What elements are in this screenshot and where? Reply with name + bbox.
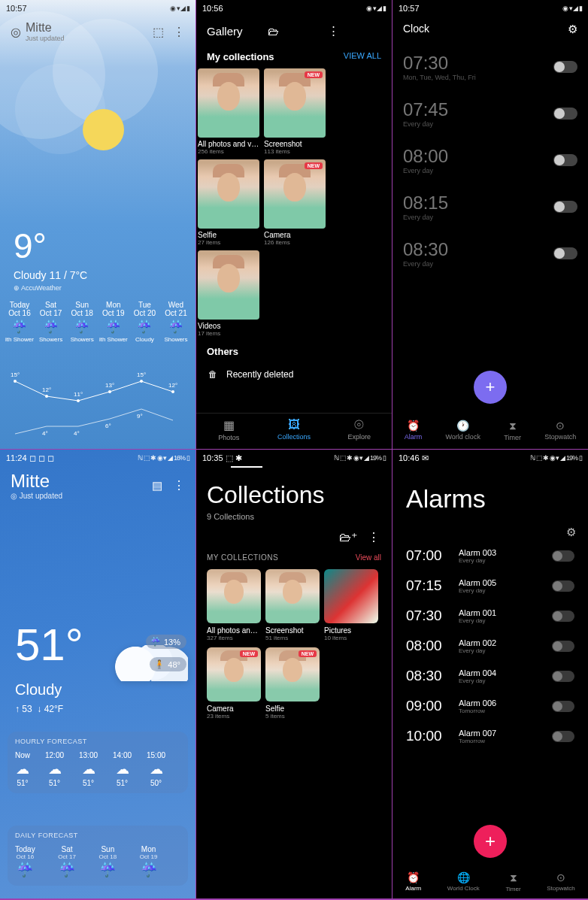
- alarm-toggle[interactable]: [553, 154, 577, 166]
- collection-item[interactable]: Videos17 items: [198, 250, 259, 337]
- day-item[interactable]: MonOct 19☔ith Shower: [99, 301, 129, 343]
- alarm-row[interactable]: 08:30Alarm 004Every day: [393, 661, 588, 691]
- alarm-row[interactable]: 07:00Alarm 003Every day: [393, 541, 588, 571]
- alarm-row[interactable]: 07:30Mon, Tue, Wed, Thu, Fri: [403, 44, 577, 90]
- alarm-row[interactable]: 08:30Every day: [403, 230, 577, 277]
- nav-timer[interactable]: ⧗Timer: [504, 420, 521, 441]
- more-icon[interactable]: ⋮: [368, 530, 380, 544]
- status-time: 10:56: [202, 4, 223, 13]
- nav-worldclock[interactable]: 🕐World clock: [446, 420, 480, 441]
- add-alarm-fab[interactable]: +: [474, 371, 507, 404]
- alarm-toggle[interactable]: [552, 611, 574, 622]
- viewall-link[interactable]: View all: [356, 553, 381, 562]
- collection-item[interactable]: NEWCamera126 items: [264, 159, 326, 246]
- more-icon[interactable]: ⋮: [173, 478, 185, 492]
- collection-item[interactable]: NEWSelfie5 items: [265, 647, 320, 720]
- alarm-toggle[interactable]: [552, 701, 574, 712]
- viewall-link[interactable]: VIEW ALL: [344, 51, 381, 62]
- status-icons: ℕ ⬚ ✱ ◉ ▾ ◢ 16% ▯: [138, 454, 189, 462]
- cloud-icon: ☁: [113, 761, 132, 777]
- alarm-row[interactable]: 07:30Alarm 001Every day: [393, 601, 588, 631]
- status-icons: ◉ ▾ ◢ ▮: [562, 5, 582, 12]
- svg-text:12°: 12°: [168, 382, 177, 389]
- alarm-row[interactable]: 08:00Alarm 002Every day: [393, 631, 588, 661]
- temp-graph: 15°12°11° 13°15°12° 4°4°6°9°: [0, 368, 195, 439]
- alarm-toggle[interactable]: [552, 671, 574, 682]
- alarm-toggle[interactable]: [553, 201, 577, 213]
- alarms-pane: 10:46 ✉ ℕ ⬚ ✱ ◉ ▾ ◢ 19% ▯ Alarms ⚙ 07:00…: [393, 450, 588, 898]
- alarm-toggle[interactable]: [553, 108, 577, 120]
- sky-bg: [0, 11, 195, 162]
- rain-icon: ☔: [99, 320, 129, 334]
- temperature: 51°: [15, 619, 83, 671]
- gear-icon[interactable]: ⚙: [568, 23, 577, 36]
- nav-photos[interactable]: ▦Photos: [202, 418, 255, 441]
- alarm-row[interactable]: 09:00Alarm 006Tomorrow: [393, 691, 588, 721]
- collection-item[interactable]: Screenshot51 items: [265, 569, 320, 641]
- alarm-toggle[interactable]: [552, 641, 574, 652]
- alarm-list: 07:30Mon, Tue, Wed, Thu, Fri07:45Every d…: [393, 42, 588, 278]
- collection-item[interactable]: NEWCamera23 items: [207, 647, 261, 720]
- alarm-row[interactable]: 10:00Alarm 007Tomorrow: [393, 721, 588, 751]
- temperature: 9°: [14, 226, 47, 266]
- nav-alarm[interactable]: ⏰Alarm: [405, 871, 421, 892]
- cloud-icon: ☁: [147, 761, 165, 777]
- add-alarm-fab[interactable]: +: [474, 825, 507, 858]
- condition: Cloudy 11 / 7°C: [14, 269, 87, 281]
- nav-alarm[interactable]: ⏰Alarm: [405, 420, 423, 441]
- day-item[interactable]: TueOct 20☔Cloudy: [129, 301, 159, 343]
- svg-text:15°: 15°: [11, 371, 20, 378]
- status-icons: ℕ ⬚ ✱ ◉ ▾ ◢ 19% ▯: [530, 454, 582, 462]
- collections-row2: NEWCamera23 itemsNEWSelfie5 items: [196, 644, 392, 723]
- svg-text:13°: 13°: [105, 382, 114, 389]
- forecast-row[interactable]: TodayOct 16☔ith ShowerSatOct 17☔ShowersS…: [0, 301, 195, 343]
- alarm-toggle[interactable]: [553, 247, 577, 259]
- cloud-icon: ☁: [79, 761, 98, 777]
- svg-text:9°: 9°: [137, 413, 143, 420]
- svg-point-12: [77, 399, 80, 402]
- collection-item[interactable]: All photos and vide...327 items: [207, 569, 261, 641]
- status-bar: 10:57 ◉ ▾ ◢ ▮: [393, 0, 588, 17]
- collection-item[interactable]: Selfie27 items: [198, 159, 259, 246]
- alarm-toggle[interactable]: [552, 550, 574, 562]
- day-item[interactable]: SatOct 17☔Showers: [36, 301, 66, 343]
- alarm-icon: ⏰: [405, 420, 423, 432]
- stopwatch-icon: ⊙: [544, 420, 576, 432]
- folder-icon[interactable]: 🗁: [268, 25, 321, 38]
- bottom-nav: ⏰Alarm 🌐World Clock ⧗Timer ⊙Stopwatch: [393, 867, 588, 898]
- nav-worldclock[interactable]: 🌐World Clock: [447, 871, 480, 892]
- day-item[interactable]: SunOct 18☔Showers: [67, 301, 97, 343]
- day-item[interactable]: TodayOct 16☔ith Shower: [5, 301, 35, 343]
- recently-deleted[interactable]: 🗑 Recently deleted: [196, 360, 392, 389]
- alarm-row[interactable]: 08:00Every day: [403, 137, 577, 183]
- rain-icon: ☔: [129, 320, 159, 334]
- nav-collections[interactable]: 🖼Collections: [268, 418, 320, 441]
- alarm-row[interactable]: 07:45Every day: [403, 90, 577, 137]
- alarm-row[interactable]: 08:15Every day: [403, 183, 577, 230]
- clock-title: Clock: [403, 23, 429, 36]
- alarm-row[interactable]: 07:15Alarm 005Every day: [393, 571, 588, 601]
- nav-stopwatch[interactable]: ⊙Stopwatch: [547, 871, 574, 892]
- stopwatch-icon: ⊙: [547, 871, 574, 883]
- collection-item[interactable]: Pictures10 items: [324, 569, 378, 641]
- more-icon[interactable]: ⋮: [328, 24, 381, 38]
- doc-icon[interactable]: ▤: [152, 479, 162, 492]
- alarm-toggle[interactable]: [553, 61, 577, 73]
- collection-item[interactable]: All photos and vid...256 items: [198, 68, 259, 155]
- collections-icon: 🖼: [268, 418, 320, 432]
- nav-timer[interactable]: ⧗Timer: [505, 871, 520, 892]
- svg-text:4°: 4°: [42, 430, 48, 437]
- gear-icon[interactable]: ⚙: [566, 526, 576, 539]
- nav-stopwatch[interactable]: ⊙Stopwatch: [544, 420, 576, 441]
- nav-explore[interactable]: ⦾Explore: [333, 418, 386, 441]
- day-item[interactable]: WedOct 21☔Showers: [161, 301, 191, 343]
- condition: Cloudy: [15, 681, 62, 698]
- new-folder-icon[interactable]: 🗁⁺: [339, 530, 357, 544]
- timer-icon: ⧗: [505, 871, 520, 884]
- section-label: My collections: [207, 51, 274, 62]
- collection-item[interactable]: NEWScreenshot113 items: [264, 68, 326, 155]
- daily-card[interactable]: DAILY FORECAST TodayOct 16☔SatOct 17☔Sun…: [8, 826, 188, 886]
- alarm-toggle[interactable]: [552, 731, 574, 742]
- alarm-toggle[interactable]: [552, 580, 574, 592]
- hourly-card[interactable]: HOURLY FORECAST Now☁51°12:00☁51°13:00☁51…: [8, 732, 188, 793]
